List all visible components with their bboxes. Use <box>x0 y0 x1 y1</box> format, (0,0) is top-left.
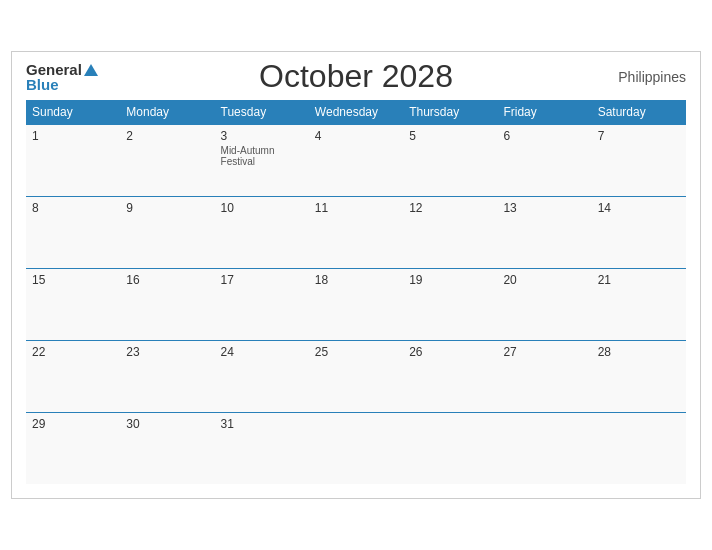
day-number: 4 <box>315 129 397 143</box>
weekday-header-row: Sunday Monday Tuesday Wednesday Thursday… <box>26 100 686 125</box>
day-number: 8 <box>32 201 114 215</box>
day-cell: 26 <box>403 340 497 412</box>
day-cell: 18 <box>309 268 403 340</box>
calendar-table: Sunday Monday Tuesday Wednesday Thursday… <box>26 100 686 485</box>
day-cell: 21 <box>592 268 686 340</box>
day-number: 5 <box>409 129 491 143</box>
day-number: 27 <box>503 345 585 359</box>
day-cell: 23 <box>120 340 214 412</box>
logo-triangle-icon <box>84 64 98 76</box>
logo-blue-text: Blue <box>26 77 59 92</box>
week-row-3: 22232425262728 <box>26 340 686 412</box>
day-number: 7 <box>598 129 680 143</box>
day-cell: 10 <box>215 196 309 268</box>
header-tuesday: Tuesday <box>215 100 309 125</box>
day-number: 6 <box>503 129 585 143</box>
day-number: 26 <box>409 345 491 359</box>
month-title: October 2028 <box>259 58 453 95</box>
day-number: 10 <box>221 201 303 215</box>
day-number: 29 <box>32 417 114 431</box>
day-cell: 16 <box>120 268 214 340</box>
holiday-label: Mid-Autumn Festival <box>221 145 303 167</box>
day-cell: 20 <box>497 268 591 340</box>
calendar-container: General Blue October 2028 Philippines Su… <box>11 51 701 500</box>
day-cell: 28 <box>592 340 686 412</box>
header-sunday: Sunday <box>26 100 120 125</box>
header-wednesday: Wednesday <box>309 100 403 125</box>
header-thursday: Thursday <box>403 100 497 125</box>
day-cell: 15 <box>26 268 120 340</box>
day-cell <box>309 412 403 484</box>
header-friday: Friday <box>497 100 591 125</box>
day-cell: 25 <box>309 340 403 412</box>
day-number: 2 <box>126 129 208 143</box>
day-number: 16 <box>126 273 208 287</box>
day-cell: 6 <box>497 124 591 196</box>
day-number: 21 <box>598 273 680 287</box>
header-monday: Monday <box>120 100 214 125</box>
day-cell: 7 <box>592 124 686 196</box>
day-cell: 2 <box>120 124 214 196</box>
day-cell: 9 <box>120 196 214 268</box>
day-number: 14 <box>598 201 680 215</box>
day-number: 17 <box>221 273 303 287</box>
day-cell: 27 <box>497 340 591 412</box>
day-number: 31 <box>221 417 303 431</box>
calendar-header: General Blue October 2028 Philippines <box>26 62 686 92</box>
day-number: 3 <box>221 129 303 143</box>
day-number: 15 <box>32 273 114 287</box>
week-row-0: 123Mid-Autumn Festival4567 <box>26 124 686 196</box>
week-row-4: 293031 <box>26 412 686 484</box>
header-saturday: Saturday <box>592 100 686 125</box>
day-cell: 29 <box>26 412 120 484</box>
day-cell: 22 <box>26 340 120 412</box>
day-cell: 8 <box>26 196 120 268</box>
day-cell: 19 <box>403 268 497 340</box>
day-number: 25 <box>315 345 397 359</box>
day-cell: 5 <box>403 124 497 196</box>
day-number: 18 <box>315 273 397 287</box>
day-number: 19 <box>409 273 491 287</box>
day-cell: 31 <box>215 412 309 484</box>
day-cell: 13 <box>497 196 591 268</box>
logo-general-text: General <box>26 62 98 77</box>
day-cell: 12 <box>403 196 497 268</box>
day-cell: 11 <box>309 196 403 268</box>
day-number: 22 <box>32 345 114 359</box>
day-cell <box>592 412 686 484</box>
week-row-2: 15161718192021 <box>26 268 686 340</box>
day-cell: 24 <box>215 340 309 412</box>
day-cell <box>497 412 591 484</box>
day-cell: 14 <box>592 196 686 268</box>
day-number: 24 <box>221 345 303 359</box>
day-cell: 3Mid-Autumn Festival <box>215 124 309 196</box>
country-label: Philippines <box>618 69 686 85</box>
day-cell: 30 <box>120 412 214 484</box>
day-cell: 17 <box>215 268 309 340</box>
day-number: 20 <box>503 273 585 287</box>
week-row-1: 891011121314 <box>26 196 686 268</box>
day-number: 30 <box>126 417 208 431</box>
day-cell <box>403 412 497 484</box>
calendar-body: 123Mid-Autumn Festival456789101112131415… <box>26 124 686 484</box>
day-number: 11 <box>315 201 397 215</box>
logo: General Blue <box>26 62 98 92</box>
day-number: 23 <box>126 345 208 359</box>
day-cell: 1 <box>26 124 120 196</box>
day-number: 13 <box>503 201 585 215</box>
day-number: 9 <box>126 201 208 215</box>
day-cell: 4 <box>309 124 403 196</box>
day-number: 12 <box>409 201 491 215</box>
day-number: 28 <box>598 345 680 359</box>
day-number: 1 <box>32 129 114 143</box>
